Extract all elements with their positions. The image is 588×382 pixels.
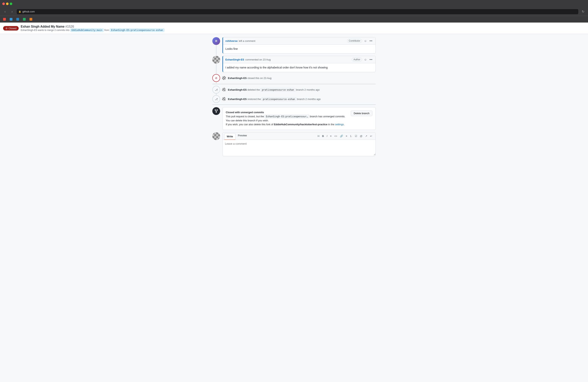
closed-event-icon: ⊘ [212,74,220,82]
eshan-username[interactable]: EshanSingh-ES [225,58,244,61]
bk-icon-5 [30,18,32,21]
more-options-button-rohit[interactable]: ••• [369,39,373,43]
svg-rect-26 [225,77,226,78]
svg-rect-20 [223,76,224,77]
svg-rect-65 [218,138,220,140]
italic-button[interactable]: I [326,134,328,138]
pr-header: ⊘ Closed Eshan Singh Added My Name #1526… [0,22,588,34]
code-button[interactable]: <> [333,134,338,138]
svg-rect-14 [214,62,216,64]
closed-event-username[interactable]: EshanSingh-ES [228,77,247,80]
eshan-action: commented on 23 Aug [245,58,271,61]
link-button[interactable]: 🔗 [339,134,344,138]
svg-rect-52 [216,132,218,134]
svg-rect-25 [224,77,225,78]
settings-link[interactable]: settings [335,123,344,126]
eshan-header-right: Author ☺ ••• [352,58,373,62]
unmerged-text-block: Closed with unmerged commits This pull r… [226,110,348,127]
restored-branch-row: ⎇ EshanSingh-ES restored the praticeopen… [212,95,376,103]
bookmark-5[interactable] [28,18,34,21]
rohitverse-comment-text: Looks fine [225,47,238,50]
address-bar[interactable]: 🔒 github.com [16,9,579,15]
pr-author-label: EshanSingh-ES [21,29,37,32]
eshan-comment-box: EshanSingh-ES commented on 23 Aug Author… [222,56,376,72]
unmerged-title: Closed with unmerged commits [226,111,264,114]
bookmarks-bar [0,16,588,22]
rohitverse-header-left: rohitverse left a comment [225,40,255,42]
eshan-avatar-svg [212,56,220,64]
unmerged-box: Closed with unmerged commits This pull r… [212,107,376,130]
bookmark-2[interactable] [8,18,14,21]
write-tab[interactable]: Write [224,133,235,140]
minimize-window-button[interactable] [6,2,9,5]
bookmark-3[interactable] [15,18,21,21]
lock-icon: 🔒 [19,10,21,13]
close-window-button[interactable] [2,2,5,5]
del-branch-username[interactable]: EshanSingh-ES [228,88,247,91]
numbers-button[interactable]: 1. [349,134,353,138]
eshan-comment-row: EshanSingh-ES commented on 23 Aug Author… [212,56,376,72]
quote-button[interactable]: ≡ [329,134,333,138]
svg-rect-11 [216,60,218,62]
preview-tab[interactable]: Preview [235,132,249,140]
delete-branch-button[interactable]: Delete branch [351,110,372,116]
reload-button[interactable]: ↻ [580,9,586,14]
svg-rect-6 [214,58,216,60]
svg-rect-46 [225,100,226,101]
svg-rect-5 [212,58,214,60]
svg-rect-39 [225,91,226,92]
section-divider-2 [212,105,376,105]
svg-rect-62 [212,138,214,140]
from-label: from [105,29,110,32]
pr-closed-badge: ⊘ Closed [3,26,19,31]
bookmark-1[interactable] [1,18,7,21]
fullscreen-window-button[interactable] [10,2,12,5]
unmerged-repo: EddieHubCommunity/hacktoberfest-practice [274,123,327,126]
more-options-button-eshan[interactable]: ••• [369,58,373,62]
del-branch-suffix: branch 2 months ago [296,88,320,91]
forward-button[interactable]: › [9,9,15,14]
comment-textarea[interactable] [223,140,376,155]
editor-toolbar: H B I ≡ <> 🔗 ≡ 1. ☑ @ ↗ ↩ [316,133,374,139]
bullets-button[interactable]: ≡ [345,134,348,138]
eshan-header-left: EshanSingh-ES commented on 23 Aug [225,58,271,61]
browser-toolbar: ‹ › 🔒 github.com ↻ [0,7,588,16]
svg-rect-63 [214,138,216,140]
svg-rect-51 [214,132,216,134]
write-tabs: Write Preview H B I ≡ <> 🔗 ≡ 1. ☑ @ [223,132,376,140]
undo-button[interactable]: ↩ [369,134,373,138]
pr-number: #1526 [65,25,74,28]
bookmark-4[interactable] [21,18,27,21]
eshan-small-avatar-rest [222,97,226,101]
svg-rect-33 [224,79,225,80]
eshan-comment-text: I added my name according to the alphabe… [225,66,328,69]
rohitverse-username[interactable]: rohitverse [225,40,238,42]
url-text: github.com [22,10,35,13]
bk-icon-1 [3,18,6,21]
svg-rect-32 [223,79,224,80]
svg-rect-59 [214,136,216,138]
task-button[interactable]: ☑ [354,134,358,138]
emoji-button-rohit[interactable]: ☺ [363,39,368,43]
svg-rect-24 [223,77,224,78]
heading-button[interactable]: H [316,134,320,138]
eshan-small-avatar-svg-closed [222,76,226,80]
mention-button[interactable]: @ [359,134,363,138]
svg-rect-7 [216,58,218,60]
back-button[interactable]: ‹ [2,9,8,14]
eshan-comment-header: EshanSingh-ES commented on 23 Aug Author… [223,56,376,63]
svg-rect-16 [218,62,220,64]
svg-rect-38 [224,90,225,91]
author-badge: Author [352,58,362,62]
content-container: R rohitverse left a comment Contributor … [209,34,379,162]
branch-delete-icon: ⎇ [212,86,220,94]
eshan-comment-body: I added my name according to the alphabe… [223,63,376,72]
emoji-button-eshan[interactable]: ☺ [363,58,368,62]
page-wrapper: R rohitverse left a comment Contributor … [0,34,588,162]
merge-icon: ⊘ [5,27,8,30]
ref-button[interactable]: ↗ [364,134,368,138]
bold-button[interactable]: B [321,134,325,138]
svg-rect-64 [216,138,218,140]
eshan-small-avatar-closed [222,76,226,80]
rest-branch-username[interactable]: EshanSingh-ES [228,98,247,101]
